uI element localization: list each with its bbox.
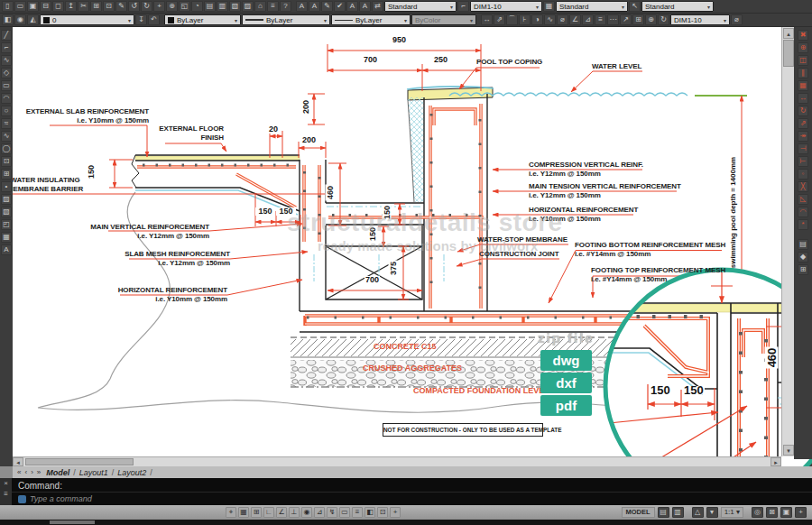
dim-style-manager-icon[interactable]: ⌐ bbox=[457, 1, 469, 12]
transparency-icon[interactable]: ◧ bbox=[364, 507, 375, 518]
array-icon[interactable]: ▦ bbox=[798, 80, 808, 91]
scroll-down-button[interactable]: ▾ bbox=[783, 445, 794, 456]
polyline-icon[interactable]: ∿ bbox=[1, 55, 12, 66]
close-icon[interactable]: × bbox=[4, 480, 8, 487]
layer-isolate-icon[interactable]: ◭ bbox=[27, 14, 39, 25]
help-icon[interactable]: ? bbox=[280, 1, 291, 12]
trim-icon[interactable]: ⊣ bbox=[798, 143, 808, 154]
model-space-icon[interactable]: ▤ bbox=[658, 507, 669, 518]
sheet-set-manager-icon[interactable]: ▨ bbox=[242, 1, 254, 12]
layout-space-icon[interactable]: ▥ bbox=[672, 507, 684, 518]
baseline-dimension-icon[interactable]: ≡ bbox=[595, 14, 606, 25]
spell-check-icon[interactable]: ✔ bbox=[334, 1, 346, 12]
ordinate-dimension-icon[interactable]: ⊦ bbox=[519, 14, 531, 25]
tab-layout1[interactable]: Layout1 bbox=[76, 468, 112, 477]
quick-dimension-icon[interactable]: ⊿ bbox=[582, 14, 594, 25]
color-control-combo[interactable]: ByLayer▾ bbox=[164, 14, 241, 25]
chamfer-icon[interactable]: ◺ bbox=[798, 194, 808, 205]
offset-icon[interactable]: ∥ bbox=[798, 68, 808, 78]
continue-dimension-icon[interactable]: ⋯ bbox=[607, 14, 619, 25]
3d-object-snap-icon[interactable]: ◉ bbox=[301, 507, 312, 518]
clean-screen-icon[interactable]: + bbox=[795, 507, 807, 518]
object-snap-tracking-icon[interactable]: ⊿ bbox=[314, 507, 325, 518]
break-icon[interactable]: ╳ bbox=[798, 181, 808, 192]
save-icon[interactable]: ▣ bbox=[27, 1, 39, 12]
gradient-icon[interactable]: ▧ bbox=[1, 207, 12, 217]
convert-text-icon[interactable]: ⇄ bbox=[372, 1, 383, 12]
arc-icon[interactable]: ◠ bbox=[1, 93, 12, 104]
polar-tracking-icon[interactable]: ∠ bbox=[276, 507, 287, 518]
horizontal-scroll-thumb[interactable] bbox=[25, 458, 134, 465]
scroll-right-button[interactable]: ▸ bbox=[770, 457, 781, 466]
layer-previous-icon[interactable]: ↶ bbox=[148, 14, 160, 25]
tab-nav-prev[interactable]: ‹ bbox=[23, 468, 29, 476]
tolerance-icon[interactable]: ⊞ bbox=[632, 14, 644, 25]
layer-combo[interactable]: 0▾ bbox=[40, 14, 134, 25]
zoom-previous-icon[interactable]: ◔ bbox=[191, 1, 203, 12]
dynamic-input-icon[interactable]: ▭ bbox=[339, 507, 350, 518]
selection-cycling-icon[interactable]: + bbox=[390, 507, 401, 518]
mtext-icon[interactable]: A bbox=[309, 1, 320, 12]
layer-properties-icon[interactable]: ◧ bbox=[2, 14, 14, 25]
rotate-icon[interactable]: ↻ bbox=[798, 106, 808, 116]
mleader-style-icon[interactable]: ↖ bbox=[629, 1, 641, 12]
plot-icon[interactable]: ⊟ bbox=[40, 1, 51, 12]
designcenter-icon[interactable]: ▥ bbox=[217, 1, 228, 12]
plot-preview-icon[interactable]: ◻ bbox=[52, 1, 64, 12]
leader-icon[interactable]: ↗ bbox=[620, 14, 632, 25]
region-icon[interactable]: ◰ bbox=[1, 219, 12, 230]
dim-style-control-icon[interactable]: ⌀ bbox=[731, 14, 743, 25]
badge-dwg[interactable]: dwg bbox=[540, 350, 592, 371]
object-snap-toggle-icon[interactable]: ⊥ bbox=[289, 507, 300, 518]
radius-dimension-icon[interactable]: ◑ bbox=[531, 14, 543, 25]
make-block-icon[interactable]: ⊞ bbox=[1, 169, 12, 180]
mleader-style-combo[interactable]: Standard▾ bbox=[641, 1, 714, 12]
scale-icon[interactable]: ⇗ bbox=[798, 118, 808, 129]
infer-constraints-icon[interactable]: ⌖ bbox=[226, 507, 236, 518]
mirror-icon[interactable]: ◫ bbox=[798, 55, 808, 66]
redo-icon[interactable]: ↻ bbox=[141, 1, 152, 12]
snap-mode-icon[interactable]: ▦ bbox=[238, 507, 249, 518]
arc-length-dimension-icon[interactable]: ⌒ bbox=[506, 14, 518, 25]
copy-object-icon[interactable]: ⊕ bbox=[798, 42, 808, 53]
layers-toolbar-icon[interactable]: ▤ bbox=[798, 239, 808, 250]
dynamic-ucs-icon[interactable]: ↯ bbox=[327, 507, 337, 518]
layer-states-icon[interactable]: ◉ bbox=[14, 14, 26, 25]
lineweight-combo[interactable]: ByLayer▾ bbox=[242, 14, 330, 25]
customize-icon[interactable]: ≡ bbox=[4, 491, 8, 498]
revision-cloud-icon[interactable]: ≈ bbox=[1, 118, 12, 129]
horizontal-scrollbar[interactable]: ◂ ▸ bbox=[13, 456, 781, 466]
model-space-button[interactable]: MODEL bbox=[622, 507, 655, 518]
badge-dxf[interactable]: dxf bbox=[540, 373, 592, 393]
show-lineweight-icon[interactable]: ≡ bbox=[352, 507, 363, 518]
text-style-icon[interactable]: A bbox=[296, 1, 308, 12]
open-icon[interactable]: ▭ bbox=[14, 1, 26, 12]
point-icon[interactable]: • bbox=[1, 181, 12, 192]
workspace-switching-icon[interactable]: ◎ bbox=[752, 507, 763, 518]
properties-icon[interactable]: ▤ bbox=[204, 1, 216, 12]
zoom-realtime-icon[interactable]: ⊕ bbox=[166, 1, 178, 12]
insert-block-icon[interactable]: ⊡ bbox=[1, 156, 12, 167]
plot-style-combo[interactable]: ByColor▾ bbox=[411, 14, 476, 25]
jogged-dimension-icon[interactable]: ∿ bbox=[544, 14, 556, 25]
badge-pdf[interactable]: pdf bbox=[540, 395, 592, 416]
dim-style-combo[interactable]: DIM1-10▾ bbox=[470, 1, 542, 12]
hatch-icon[interactable]: ▨ bbox=[1, 194, 12, 205]
construction-line-icon[interactable]: ⌐ bbox=[1, 42, 12, 53]
ellipse-icon[interactable]: ◯ bbox=[1, 143, 12, 154]
qnew-icon[interactable]: ▯ bbox=[2, 1, 14, 12]
diameter-dimension-icon[interactable]: ⌀ bbox=[557, 14, 568, 25]
scale-text-icon[interactable]: A bbox=[346, 1, 358, 12]
tab-layout2[interactable]: Layout2 bbox=[114, 468, 150, 477]
grid-display-icon[interactable]: ⊞ bbox=[251, 507, 262, 518]
scroll-left-button[interactable]: ◂ bbox=[13, 457, 23, 466]
linear-dimension-icon[interactable]: ↔ bbox=[481, 14, 493, 25]
command-input[interactable]: Type a command bbox=[18, 494, 92, 503]
polygon-icon[interactable]: ◇ bbox=[1, 68, 12, 78]
center-mark-icon[interactable]: ⊕ bbox=[645, 14, 657, 25]
markup-icon[interactable]: ⌂ bbox=[254, 1, 266, 12]
dimstyle-control-combo[interactable]: DIM1-10▾ bbox=[670, 14, 730, 25]
table-icon[interactable]: ▦ bbox=[1, 232, 12, 243]
paste-icon[interactable]: ⊡ bbox=[103, 1, 115, 12]
dimension-update-icon[interactable]: ↻ bbox=[658, 14, 669, 25]
